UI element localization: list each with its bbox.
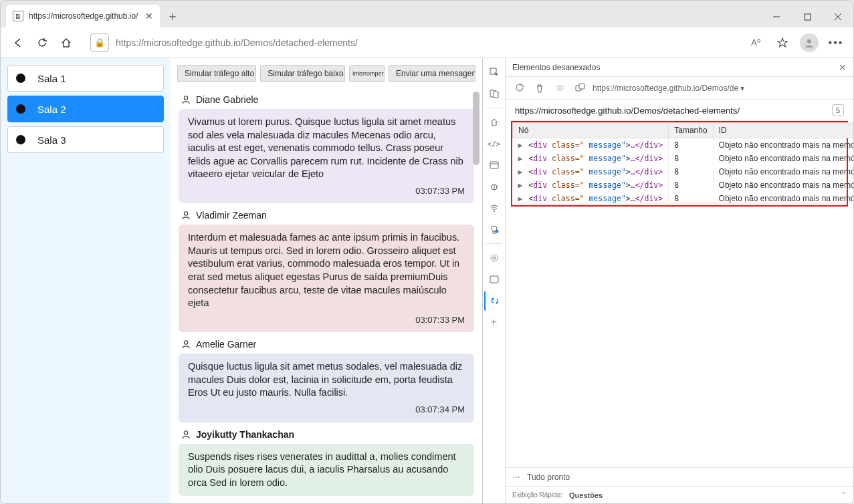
device-icon xyxy=(489,88,500,99)
table-row[interactable]: ▶ <div class=" message">…</div>8Objeto n… xyxy=(513,138,855,152)
close-window-button[interactable] xyxy=(823,6,853,27)
sender-name: Joyikutty Thankachan xyxy=(196,429,294,440)
home-button[interactable] xyxy=(54,31,78,55)
back-button[interactable] xyxy=(6,31,30,55)
svg-rect-11 xyxy=(494,92,498,98)
tab-detached-elements[interactable] xyxy=(484,291,504,311)
avatar-icon xyxy=(800,33,819,52)
collect-garbage-button[interactable] xyxy=(512,81,527,96)
close-tab-icon[interactable]: ✕ xyxy=(145,11,153,21)
page-icon: 🗎 xyxy=(13,11,23,21)
table-row[interactable]: ▶ <div class=" message">…</div>8Objeto n… xyxy=(513,165,855,178)
id-cell: Objeto não encontrado mais na memória xyxy=(713,165,854,178)
message-sender: Diane Gabriele xyxy=(181,94,474,105)
table-row[interactable]: ▶ <div class=" message">…</div>8Objeto n… xyxy=(513,152,855,165)
tab-application[interactable] xyxy=(484,269,504,289)
chevron-up-icon[interactable]: ⌃ xyxy=(841,491,847,499)
count-badge: 5 xyxy=(832,104,844,116)
minimize-icon xyxy=(772,13,780,21)
eye-icon xyxy=(555,83,565,93)
device-toggle[interactable] xyxy=(484,84,504,104)
message-item: Diane GabrieleVivamus ut lorem purus. Qu… xyxy=(179,94,474,203)
action-buttons: Simular tráfego alto Simular tráfego bai… xyxy=(171,58,482,89)
expand-icon[interactable]: ▶ xyxy=(518,154,523,163)
stop-button[interactable]: Interromper xyxy=(349,65,385,82)
more-tools-icon[interactable]: ⋯ xyxy=(512,473,520,482)
quick-view-tab[interactable]: Questões xyxy=(569,491,603,499)
room-item[interactable]: Sala 1 xyxy=(7,65,164,92)
status-dot-icon xyxy=(16,74,25,83)
refresh-button[interactable] xyxy=(30,31,54,55)
read-aloud-button[interactable]: A⁰ xyxy=(744,31,768,55)
expand-icon[interactable]: ▶ xyxy=(518,140,523,150)
new-tab-button[interactable]: ＋ xyxy=(163,6,183,26)
svg-point-27 xyxy=(492,298,494,300)
devtools-url-row: https://microsoftedge.github.io/Demos/de… xyxy=(506,100,853,121)
message-item: Joyikutty ThankachanSuspends rises rises… xyxy=(179,429,474,497)
person-icon xyxy=(181,211,191,220)
tab-lighthouse[interactable] xyxy=(484,219,504,239)
svg-rect-22 xyxy=(493,231,496,233)
devtools-url-text: https://microsoftedge.github.io/Demos/de… xyxy=(515,106,740,116)
col-size[interactable]: Tamanho xyxy=(669,123,713,138)
scrollbar-thumb[interactable] xyxy=(473,92,479,165)
tab-elements[interactable]: </> xyxy=(484,134,504,154)
close-panel-button[interactable]: ✕ xyxy=(839,62,847,73)
detach-button[interactable] xyxy=(572,81,587,96)
target-dropdown[interactable]: https://microsoftedge.github.io/Demos/de xyxy=(593,84,847,93)
svg-point-4 xyxy=(807,39,811,43)
send-message-button[interactable]: Enviar uma mensagem xyxy=(389,65,475,82)
maximize-button[interactable] xyxy=(792,6,823,27)
tab-welcome[interactable] xyxy=(484,112,504,132)
svg-rect-31 xyxy=(579,84,584,89)
tab-add[interactable]: + xyxy=(484,312,504,332)
tab-sources[interactable] xyxy=(484,155,504,175)
size-cell: 8 xyxy=(669,152,713,165)
inspect-tool[interactable] xyxy=(484,62,504,82)
message-body: Suspends rises rises venerates in auditt… xyxy=(179,444,474,497)
message-body: Quisque luctus ligula sit amet metus sod… xyxy=(179,354,474,422)
table-row[interactable]: ▶ <div class=" message">…</div>8Objeto n… xyxy=(513,178,855,192)
status-bar: ⋯ Tudo pronto xyxy=(506,467,853,486)
favorites-button[interactable] xyxy=(770,31,794,55)
expand-icon[interactable]: ▶ xyxy=(518,180,523,190)
id-cell: Objeto não encontrado mais na memória xyxy=(713,138,854,152)
read-aloud-icon: A⁰ xyxy=(751,37,760,47)
more-menu-button[interactable]: ••• xyxy=(824,31,848,55)
svg-rect-12 xyxy=(490,162,498,168)
profile-button[interactable] xyxy=(797,31,821,55)
tab-network[interactable] xyxy=(484,198,504,218)
lock-icon[interactable]: 🔒 xyxy=(90,33,109,52)
tab-performance[interactable] xyxy=(484,248,504,268)
home-icon xyxy=(60,37,72,49)
expand-icon[interactable]: ▶ xyxy=(518,167,523,176)
col-node[interactable]: Nó xyxy=(513,123,669,138)
person-icon xyxy=(181,430,191,439)
maximize-icon xyxy=(804,13,811,21)
browser-tab[interactable]: 🗎 https://microsoftedge.github.io/ ✕ xyxy=(6,5,160,27)
scrollbar[interactable] xyxy=(473,92,481,497)
delete-button[interactable] xyxy=(532,81,547,96)
col-id[interactable]: ID xyxy=(713,123,854,138)
arrow-left-icon xyxy=(12,37,24,49)
size-cell: 8 xyxy=(669,165,713,178)
quick-view-label: Exibição Rápida: xyxy=(512,491,562,499)
simulate-high-traffic-button[interactable]: Simular tráfego alto xyxy=(177,65,256,82)
room-item[interactable]: Sala 3 xyxy=(7,126,164,153)
quick-view-bar: Exibição Rápida: Questões ⌃ xyxy=(506,486,853,503)
status-dot-icon xyxy=(16,104,25,114)
minimize-button[interactable] xyxy=(761,6,792,27)
table-row[interactable]: ▶ <div class=" message">…</div>8Objeto n… xyxy=(513,192,855,205)
eye-button[interactable] xyxy=(552,81,567,96)
id-cell: Objeto não encontrado mais na memória xyxy=(713,192,854,205)
person-icon xyxy=(181,95,191,104)
address-bar[interactable]: 🔒 https://microsoftedge.github.io/Demos/… xyxy=(84,32,738,53)
size-cell: 8 xyxy=(669,178,713,192)
tab-debug[interactable] xyxy=(484,176,504,197)
svg-rect-1 xyxy=(805,14,811,20)
message-sender: Vladimir Zeeman xyxy=(181,210,474,221)
room-item[interactable]: Sala 2 xyxy=(7,96,164,122)
room-label: Sala 3 xyxy=(37,134,66,146)
simulate-low-traffic-button[interactable]: Simular tráfego baixo xyxy=(260,65,345,82)
expand-icon[interactable]: ▶ xyxy=(518,194,523,203)
